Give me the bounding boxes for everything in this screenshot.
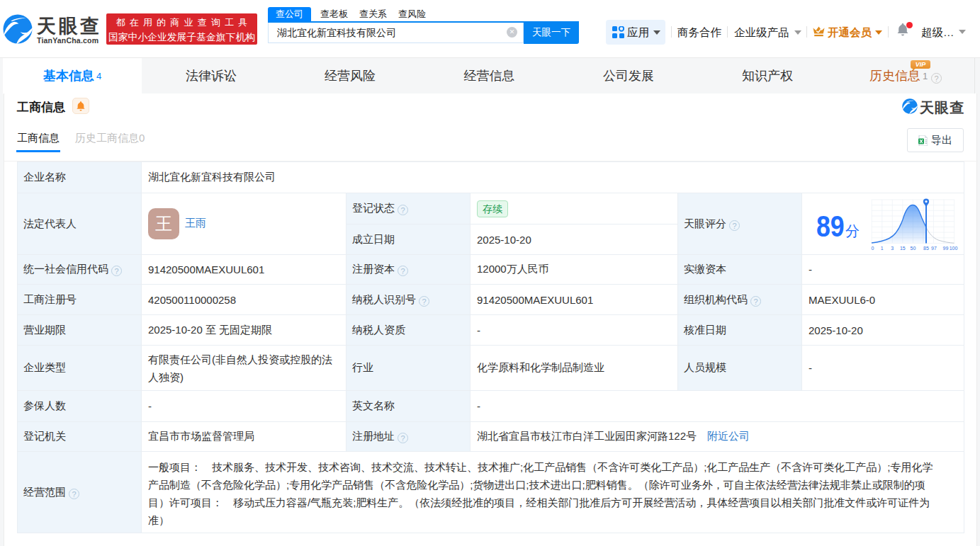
svg-text:15: 15 <box>900 246 906 251</box>
svg-text:100: 100 <box>950 246 958 251</box>
svg-text:1: 1 <box>881 246 884 251</box>
svg-text:0: 0 <box>872 246 874 251</box>
svg-text:3: 3 <box>891 246 894 251</box>
svg-text:50: 50 <box>911 246 916 251</box>
svg-text:99: 99 <box>943 246 949 251</box>
svg-text:85: 85 <box>923 246 929 251</box>
svg-text:97: 97 <box>931 246 937 251</box>
